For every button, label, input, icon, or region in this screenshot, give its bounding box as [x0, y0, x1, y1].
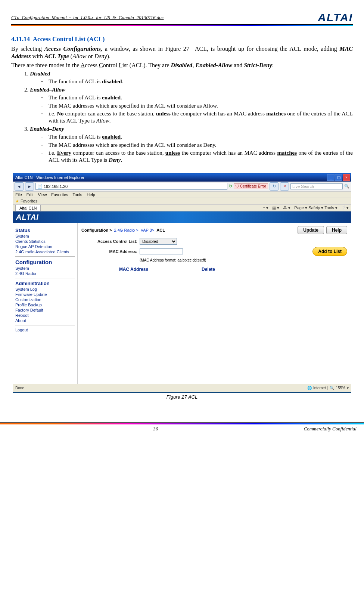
refresh-icon[interactable]: ↻ — [270, 182, 279, 191]
sidebar-system[interactable]: System — [15, 234, 75, 238]
sidebar-config-head: Configuration — [15, 259, 75, 265]
breadcrumb-radio[interactable]: 2.4G Radio > — [114, 228, 139, 232]
mac-hint: (MAC Address format: aa:bb:cc:dd:ee:ff) — [140, 258, 347, 262]
figure-caption: Figure 27 ACL — [11, 394, 353, 400]
table-header: MAC Address Delete — [81, 267, 347, 272]
sidebar-syslog[interactable]: System Log — [15, 287, 75, 291]
zoom-level[interactable]: 155% — [336, 386, 345, 390]
menu-view[interactable]: View — [38, 192, 47, 197]
search-box[interactable]: Live Search — [290, 183, 343, 189]
favorites-label[interactable]: Favorites — [21, 199, 37, 203]
star-icon[interactable]: ★ — [15, 199, 19, 204]
intro-paragraph-2: There are three modes in the Access Cont… — [11, 62, 353, 69]
brand-logo: ALTAI — [318, 11, 353, 24]
sidebar: Status System Clients Statistics Rogue A… — [13, 223, 78, 384]
acl-select[interactable]: Disabled — [140, 238, 177, 245]
sidebar-customization[interactable]: Customization — [15, 297, 75, 302]
sidebar-logout[interactable]: Logout — [15, 328, 75, 332]
confidential-label: Commercially Confidential — [304, 426, 357, 432]
col-delete: Delete — [186, 267, 231, 272]
sidebar-about[interactable]: About — [15, 318, 75, 323]
sidebar-cfg-system[interactable]: System — [15, 266, 75, 270]
sidebar-status-head: Status — [15, 228, 75, 233]
page-footer: 36 Commercially Confidential — [0, 424, 364, 432]
browser-window: Altai C1N - Windows Internet Explorer _ … — [13, 173, 351, 393]
page-header: C1n_Configuration_Manual_-_fm_1.0.0.x_fo… — [11, 11, 353, 25]
sidebar-factory-default[interactable]: Factory Default — [15, 308, 75, 312]
menu-edit[interactable]: Edit — [27, 192, 34, 197]
breadcrumb: Configuration > 2.4G Radio > VAP 0> ACL … — [81, 226, 347, 234]
app-logo: ALTAI — [16, 213, 39, 221]
globe-icon: 🌐 — [307, 386, 312, 390]
browser-tab[interactable]: Altai C1N — [15, 205, 41, 211]
sidebar-admin-head: Administration — [15, 281, 75, 286]
page-icon: 📄 — [37, 184, 43, 189]
menu-tools[interactable]: Tools — [73, 192, 83, 197]
update-button[interactable]: Update — [298, 226, 324, 234]
intro-paragraph-1: By selecting Access Configurations, a wi… — [11, 45, 353, 60]
stop-icon[interactable]: ✕ — [280, 182, 289, 191]
menu-bar[interactable]: File Edit View Favorites Tools Help — [13, 192, 351, 198]
menu-favorites[interactable]: Favorites — [51, 192, 68, 197]
back-button[interactable]: ◄ — [15, 182, 24, 191]
menu-help[interactable]: Help — [87, 192, 95, 197]
home-icon[interactable]: ⌂ ▾ — [263, 205, 269, 210]
main-content: Configuration > 2.4G Radio > VAP 0> ACL … — [78, 223, 351, 384]
maximize-icon[interactable]: ▢ — [335, 174, 342, 181]
sidebar-profile-backup[interactable]: Profile Backup — [15, 303, 75, 307]
feed-icon[interactable]: ▦ ▾ — [272, 205, 279, 210]
header-divider — [11, 25, 353, 26]
acl-label: Access Control List: — [81, 239, 137, 244]
page-menu[interactable]: Page ▾ Safety ▾ Tools ▾ — [294, 205, 337, 210]
search-icon[interactable]: 🔍 — [344, 184, 349, 189]
zone-label: Internet — [313, 386, 326, 390]
titlebar[interactable]: Altai C1N - Windows Internet Explorer _ … — [13, 173, 351, 182]
mode-enabled-deny: Enabled–Deny The function of ACL is enab… — [30, 126, 353, 164]
window-title: Altai C1N - Windows Internet Explorer — [15, 175, 84, 180]
forward-button[interactable]: ► — [25, 182, 34, 191]
menu-file[interactable]: File — [15, 192, 22, 197]
doc-filename: C1n_Configuration_Manual_-_fm_1.0.0.x_fo… — [11, 15, 164, 21]
address-bar[interactable]: 📄 192.168.1.20 — [35, 183, 227, 190]
sidebar-reboot[interactable]: Reboot — [15, 313, 75, 318]
minimize-icon[interactable]: _ — [327, 174, 335, 181]
print-icon[interactable]: 🖶 ▾ — [283, 205, 290, 210]
help-icon[interactable]: ❔▾ — [341, 205, 349, 210]
mac-label: MAC Address: — [81, 249, 137, 254]
sidebar-fw-update[interactable]: Firmware Update — [15, 292, 75, 297]
sidebar-clients-statistics[interactable]: Clients Statistics — [15, 239, 75, 244]
col-mac: MAC Address — [81, 267, 186, 272]
mac-input[interactable] — [140, 248, 183, 254]
sidebar-rogue-ap[interactable]: Rogue AP Detection — [15, 244, 75, 249]
sidebar-assoc-clients[interactable]: 2.4G radio Associated Clients — [15, 250, 75, 254]
close-icon[interactable]: × — [343, 174, 350, 181]
add-to-list-button[interactable]: Add to List — [312, 247, 347, 256]
section-heading: 4.11.14 Access Control List (ACL) — [11, 35, 353, 43]
status-bar: Done 🌐 Internet | 🔍 155% ▾ — [13, 384, 351, 392]
mode-enabled-allow: Enabled–Allow The function of ACL is ena… — [30, 87, 353, 124]
zoom-icon[interactable]: 🔍 — [330, 386, 334, 390]
help-button[interactable]: Help — [326, 226, 347, 234]
status-done: Done — [15, 386, 24, 390]
sidebar-cfg-radio[interactable]: 2.4G Radio — [15, 271, 75, 276]
breadcrumb-vap[interactable]: VAP 0> — [141, 228, 155, 232]
refresh-button[interactable]: ↻ — [229, 184, 232, 189]
mode-disabled: Disabled The function of ACL is disabled… — [30, 71, 353, 85]
page-number: 36 — [153, 426, 158, 432]
app-logo-bar: ALTAI — [13, 211, 351, 223]
certificate-error[interactable]: 🛡 Certificate Error — [234, 183, 268, 189]
